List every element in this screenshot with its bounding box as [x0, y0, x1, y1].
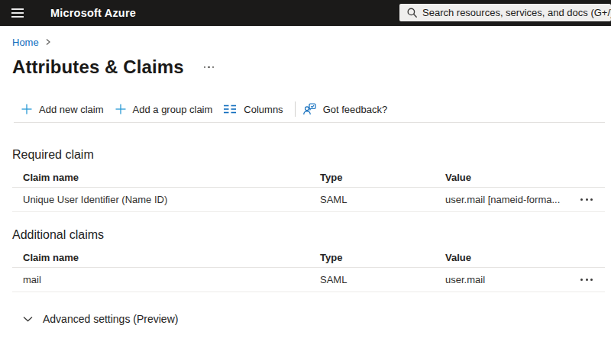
cell-type: SAML [320, 274, 445, 285]
advanced-settings-label: Advanced settings (Preview) [43, 313, 178, 325]
search-input[interactable] [422, 7, 611, 18]
row-context-menu-icon[interactable] [578, 195, 595, 205]
columns-icon [224, 105, 237, 114]
column-header-type[interactable]: Type [320, 252, 445, 263]
add-group-claim-button[interactable]: Add a group claim [115, 104, 213, 115]
title-more-menu-icon[interactable] [202, 63, 216, 72]
table-header-row: Claim name Type Value [12, 248, 605, 268]
columns-label: Columns [244, 104, 283, 115]
advanced-settings-toggle[interactable]: Advanced settings (Preview) [12, 313, 178, 325]
add-group-claim-label: Add a group claim [133, 104, 213, 115]
cell-value: user.mail [nameid-forma... [445, 194, 568, 205]
breadcrumb-home-link[interactable]: Home [12, 37, 39, 48]
brand-title: Microsoft Azure [50, 7, 136, 19]
cell-claim-name[interactable]: mail [23, 274, 320, 285]
global-search[interactable] [399, 4, 611, 21]
chevron-right-icon [45, 38, 51, 46]
column-header-claim-name[interactable]: Claim name [23, 252, 320, 263]
column-header-claim-name[interactable]: Claim name [23, 172, 320, 183]
additional-claims-heading: Additional claims [12, 228, 605, 242]
additional-claims-section: Additional claims Claim name Type Value … [12, 228, 605, 292]
column-header-value[interactable]: Value [445, 172, 568, 183]
additional-claims-table: Claim name Type Value mail SAML user.mai… [12, 248, 605, 292]
toolbar-bottom-rule [14, 122, 605, 123]
table-row[interactable]: Unique User Identifier (Name ID) SAML us… [12, 188, 605, 212]
title-row: Attributes & Claims [12, 56, 605, 78]
azure-topbar: Microsoft Azure [0, 0, 611, 26]
column-header-value[interactable]: Value [445, 252, 568, 263]
breadcrumb: Home [12, 36, 605, 48]
search-icon [407, 8, 417, 18]
plus-icon [115, 104, 126, 114]
add-new-claim-button[interactable]: Add new claim [21, 104, 104, 115]
hamburger-menu-icon[interactable] [11, 0, 34, 26]
add-new-claim-label: Add new claim [39, 104, 104, 115]
table-row[interactable]: mail SAML user.mail [12, 268, 605, 292]
main-content: Home Attributes & Claims Add new claim [0, 26, 611, 325]
command-bar: Add new claim Add a group claim Columns [12, 101, 605, 118]
required-claim-table: Claim name Type Value Unique User Identi… [12, 168, 605, 212]
cell-value: user.mail [445, 274, 568, 285]
cell-claim-name[interactable]: Unique User Identifier (Name ID) [23, 194, 320, 205]
columns-button[interactable]: Columns [224, 104, 283, 115]
plus-icon [21, 104, 32, 114]
chevron-down-icon [23, 316, 33, 322]
column-header-type[interactable]: Type [320, 172, 445, 183]
got-feedback-button[interactable]: Got feedback? [303, 103, 388, 115]
feedback-icon [303, 103, 316, 115]
required-claim-section: Required claim Claim name Type Value Uni… [12, 148, 605, 212]
cell-type: SAML [320, 194, 445, 205]
page-title: Attributes & Claims [12, 56, 184, 78]
toolbar-divider [295, 101, 296, 117]
required-claim-heading: Required claim [12, 148, 605, 162]
row-context-menu-icon[interactable] [578, 275, 595, 285]
got-feedback-label: Got feedback? [323, 104, 388, 115]
table-header-row: Claim name Type Value [12, 168, 605, 188]
